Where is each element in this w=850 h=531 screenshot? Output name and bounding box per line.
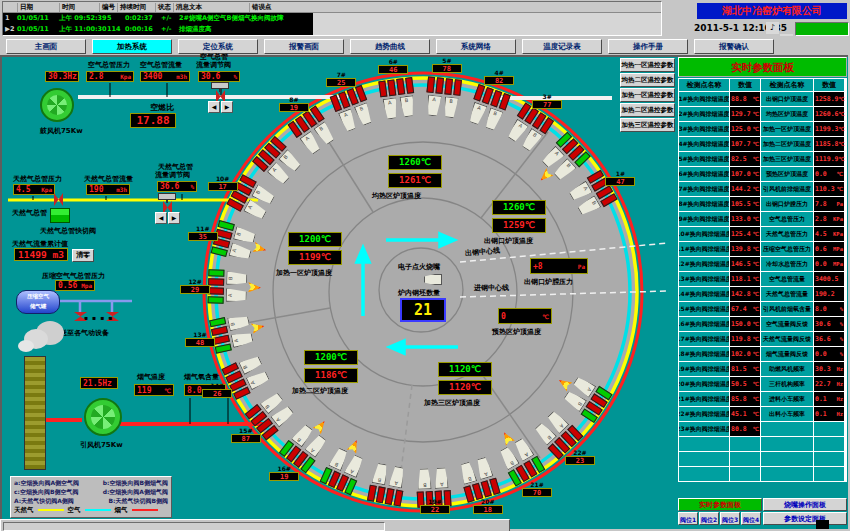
burner-valve-icon[interactable] (208, 287, 224, 294)
preheat-zone-label: 预热区炉顶温度 (492, 327, 541, 337)
soak-zone-setpoint: 1260℃ (388, 155, 442, 170)
burner-valve-icon[interactable] (405, 77, 414, 94)
burner-nozzle-icon: B (443, 96, 459, 118)
compressed-air-display: 0.56Mpa (55, 280, 95, 291)
alarm-row[interactable]: 101/05/11上午 09:52:3950:02:37+/-2#烧嘴A侧空气B… (3, 13, 313, 24)
air-valve-open-icon[interactable]: ▶ (221, 101, 233, 113)
idfan-icon[interactable] (84, 398, 122, 436)
menu-button-4[interactable]: 报警画面 (264, 39, 344, 54)
menu-button-9[interactable]: 报警确认 (694, 39, 774, 54)
burner-valve-icon[interactable] (215, 343, 232, 353)
station-value: 17 (208, 182, 238, 191)
station-display-7#: 7#25 (326, 71, 356, 87)
air-flow-label: 空气总管流量 (140, 60, 182, 70)
alarm-sound-icon[interactable]: ♪ (766, 22, 779, 34)
zone-param-button-5[interactable]: 加热三区温控参数 (620, 118, 675, 132)
burner-station-5#[interactable]: AB (418, 76, 468, 138)
menu-button-2[interactable]: 加热系统 (92, 39, 172, 54)
valve-position-button-1[interactable]: 阀位1 (678, 512, 698, 525)
burner-valve-icon[interactable] (387, 79, 396, 96)
burner-panel-button[interactable]: 烧嘴操作面板 (763, 498, 847, 511)
station-id-label: 14# (202, 382, 232, 389)
air-valve-close-icon[interactable]: ◀ (208, 101, 220, 113)
valve-position-button-3[interactable]: 阀位3 (720, 512, 740, 525)
zone-param-button-1[interactable]: 均热一区温控参数 (620, 58, 675, 72)
valve-position-button-4[interactable]: 阀位4 (741, 512, 761, 525)
burner-valve-icon[interactable] (208, 269, 224, 276)
settings-panel-button[interactable]: 参数设定面板 (763, 512, 847, 525)
burner-valve-icon[interactable] (445, 78, 454, 95)
menu-button-8[interactable]: 操作手册 (608, 39, 688, 54)
air-fuel-ratio-label: 空燃比 (150, 102, 174, 113)
alarm-row[interactable]: ▶201/05/11上午 11:00:301140:00:16+/-排烟温度高 (3, 24, 313, 35)
burner-valve-icon[interactable] (436, 77, 445, 94)
menu-button-5[interactable]: 趋势曲线 (350, 39, 430, 54)
menu-button-1[interactable]: 主画面 (6, 39, 86, 54)
burner-valve-icon[interactable] (396, 78, 405, 95)
station-display-1#: 1#47 (605, 170, 635, 186)
legend-item: d:空烟换向阀A侧烟气阀 (103, 487, 168, 496)
panel-point-name: 出料小车频率 (761, 407, 813, 421)
zone-param-button-3[interactable]: 加热一区温控参数 (620, 88, 675, 102)
alarm-cell: 1 (5, 14, 10, 22)
blower-fan-icon[interactable] (40, 88, 74, 122)
clear-total-button[interactable]: 清零 (72, 249, 94, 262)
burner-valve-icon[interactable] (394, 489, 404, 506)
soak-zone-temp: 1261℃ (388, 173, 442, 188)
idfan-label: 引风机75Kw (80, 440, 123, 450)
gas-flow-control-valve-icon[interactable] (153, 193, 181, 212)
panel-point-value (730, 452, 760, 466)
panel-point-value: 88.8℃ (730, 92, 760, 106)
parameter-table: 检测点名称数值检测点名称数值1#换向阀排烟温度88.8℃出钢口炉顶温度1258.… (678, 78, 847, 482)
air-flow-control-valve-icon[interactable] (206, 82, 234, 101)
billet-count-display: 21 (400, 298, 446, 322)
burner-station-12#[interactable]: AB (207, 264, 266, 310)
burner-valve-icon[interactable] (427, 76, 436, 93)
panel-header-cell: 数值 (730, 79, 760, 91)
gas-quick-cut-valve-icon[interactable] (50, 208, 70, 223)
panel-point-value: 110.3℃ (814, 182, 844, 196)
heat2-zone-temp: 1186℃ (304, 368, 358, 383)
chimney-icon (24, 356, 46, 470)
burner-valve-icon[interactable] (208, 278, 224, 285)
panel-point-name: 三杆机构频率 (761, 377, 813, 391)
station-value: 25 (326, 78, 356, 87)
burner-valve-icon[interactable] (454, 79, 463, 96)
station-value: 23 (565, 456, 595, 465)
panel-point-name: 预热区炉顶温度 (761, 167, 813, 181)
panel-point-value: 129.7℃ (730, 107, 760, 121)
burner-nozzle-icon: B (233, 226, 257, 245)
panel-point-value: 45.1℃ (730, 407, 760, 421)
smoke-temp-display: 119℃ (134, 384, 174, 396)
panel-point-value: 0.0MPa (814, 257, 844, 271)
menu-bar: 主画面加热系统定位系统报警画面趋势曲线系统网络温度记录表操作手册报警确认退出运行 (0, 36, 850, 55)
zone-param-button-4[interactable]: 加热二区温控参数 (620, 103, 675, 117)
station-display-15#: 15#87 (231, 427, 261, 443)
zone-param-button-2[interactable]: 均热二区温控参数 (620, 73, 675, 87)
panel-point-name: 加热二区炉顶温度 (761, 137, 813, 151)
station-display-6#: 6#46 (378, 58, 408, 74)
air-valve-buttons[interactable]: ◀▶ (208, 101, 233, 113)
panel-point-name: 空气流量阀反馈 (761, 317, 813, 331)
panel-point-name: 12#换向阀排烟温度 (679, 257, 729, 271)
valve-position-button-2[interactable]: 阀位2 (699, 512, 719, 525)
panel-point-name: 出钢口炉膛压力 (761, 197, 813, 211)
legend-lines: 天然气空气烟气 (14, 505, 168, 515)
smoke-icon (18, 340, 34, 352)
panel-point-name: 天然气流量阀反馈 (761, 332, 813, 346)
station-display-10#: 10#17 (208, 175, 238, 191)
panel-point-value (814, 437, 844, 451)
station-value: 35 (188, 232, 218, 241)
burner-valve-icon[interactable] (378, 80, 387, 97)
panel-point-value: 67.4℃ (730, 302, 760, 316)
menu-button-6[interactable]: 系统网络 (436, 39, 516, 54)
gas-valve-close-icon[interactable]: ◀ (155, 212, 167, 224)
burner-valve-icon[interactable] (208, 296, 224, 303)
panel-point-name: 21#换向阀排烟温度 (679, 392, 729, 406)
menu-button-7[interactable]: 温度记录表 (522, 39, 602, 54)
station-id-label: 20# (473, 498, 503, 505)
gas-valve-buttons[interactable]: ◀▶ (155, 212, 180, 224)
panel-point-name: 6#换向阀排烟温度 (679, 167, 729, 181)
realtime-panel-button[interactable]: 实时参数面板 (678, 498, 762, 511)
gas-valve-open-icon[interactable]: ▶ (168, 212, 180, 224)
